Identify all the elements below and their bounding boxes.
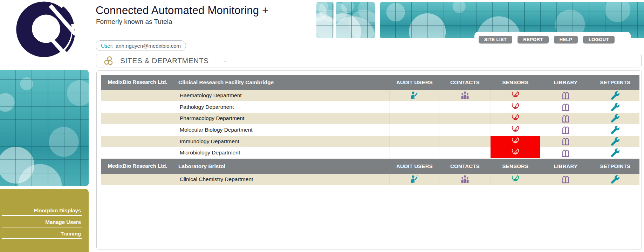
- sidebar-link-floorplan-displays[interactable]: Floorplan Displays: [2, 204, 82, 216]
- audit-users-cell[interactable]: [390, 174, 439, 185]
- setpoints-icon: [611, 175, 619, 184]
- audit-users-cell: [390, 136, 439, 147]
- setpoints-cell[interactable]: [591, 113, 639, 124]
- sensors-cell[interactable]: [491, 113, 540, 124]
- page-subtitle: Formerly known as Tutela: [96, 18, 172, 26]
- sensors-icon: [511, 125, 520, 134]
- audit-users-icon: [410, 175, 419, 184]
- setpoints-cell[interactable]: [591, 174, 639, 185]
- user-email: anh.nguyen@medixbio.com: [116, 43, 181, 49]
- audit-users-cell: [390, 101, 439, 113]
- contacts-cell[interactable]: [439, 174, 491, 185]
- department-name: Immunology Department: [174, 136, 390, 147]
- library-icon: [561, 91, 570, 100]
- contacts-icon: [460, 175, 470, 184]
- library-cell[interactable]: [540, 147, 591, 159]
- setpoints-icon: [611, 103, 619, 111]
- setpoints-cell[interactable]: [591, 124, 639, 136]
- department-name: Microbiology Department: [174, 147, 390, 159]
- site-column-spacer: [101, 174, 174, 185]
- sensors-cell-alarm[interactable]: [491, 136, 540, 147]
- column-header-contacts: CONTACTS: [439, 75, 491, 90]
- setpoints-icon: [611, 114, 619, 122]
- audit-users-cell: [390, 124, 439, 136]
- report-button[interactable]: REPORT: [518, 36, 549, 44]
- sensors-icon: [511, 102, 520, 112]
- contacts-cell: [439, 113, 491, 124]
- sidebar-nav-panel: Floorplan DisplaysManage UsersTraining: [0, 189, 89, 252]
- setpoints-icon: [611, 148, 619, 157]
- audit-users-cell: [390, 147, 439, 159]
- library-icon: [561, 137, 570, 146]
- sidebar-art-image: [0, 70, 89, 186]
- department-name: Pathology Department: [174, 101, 390, 113]
- contacts-cell[interactable]: [439, 90, 491, 101]
- site-list-button[interactable]: SITE LIST: [479, 36, 512, 44]
- library-cell[interactable]: [540, 124, 591, 136]
- sidebar-link-manage-users[interactable]: Manage Users: [2, 216, 82, 227]
- department-name: Clinical Chemistry Department: [174, 174, 390, 185]
- sensors-cell[interactable]: [491, 124, 540, 136]
- sensors-cell-alarm[interactable]: [491, 147, 540, 159]
- sidebar-link-training[interactable]: Training: [2, 227, 82, 239]
- sensors-icon: [511, 91, 520, 100]
- column-header-setpoints: SETPOINTS: [591, 159, 639, 174]
- site-name: Clinical Research Facility Cambridge: [174, 75, 390, 90]
- setpoints-icon: [611, 91, 619, 100]
- contacts-icon: [460, 91, 470, 100]
- setpoints-cell[interactable]: [591, 101, 639, 113]
- setpoints-cell[interactable]: [591, 147, 639, 159]
- user-label: User:: [101, 43, 114, 49]
- sensors-icon: [511, 114, 520, 123]
- library-icon: [561, 125, 570, 134]
- help-button[interactable]: HELP: [554, 36, 578, 44]
- library-icon: [561, 148, 570, 158]
- library-cell[interactable]: [540, 101, 591, 113]
- company-name: MedixBio Research Ltd.: [101, 75, 174, 90]
- library-cell[interactable]: [540, 136, 591, 147]
- department-row: Haematology Department: [101, 90, 639, 101]
- sensors-cell[interactable]: [491, 174, 540, 185]
- contacts-cell: [439, 147, 491, 159]
- column-header-sensors: SENSORS: [491, 159, 540, 174]
- sensors-cell[interactable]: [491, 90, 540, 101]
- section-collapse-toggle[interactable]: -: [224, 57, 227, 65]
- site-column-spacer: [101, 101, 174, 113]
- library-icon: [561, 114, 570, 123]
- contacts-cell: [439, 101, 491, 113]
- logout-button[interactable]: LOGOUT: [583, 36, 615, 44]
- site-name: Laboratory Bristol: [174, 159, 390, 174]
- site-column-spacer: [101, 124, 174, 136]
- department-row: Molecular Biology Department: [101, 124, 639, 136]
- sensors-cell[interactable]: [491, 101, 540, 113]
- sensors-icon: [511, 148, 520, 157]
- app-logo: [14, 1, 76, 61]
- top-nav-button-strip: SITE LISTREPORTHELPLOGOUT: [474, 32, 631, 47]
- department-row: Pathology Department: [101, 101, 639, 113]
- setpoints-cell[interactable]: [591, 136, 639, 147]
- logged-in-user-box: User: anh.nguyen@medixbio.com: [96, 40, 186, 51]
- sites-departments-panel: MedixBio Research Ltd.Clinical Research …: [96, 70, 642, 250]
- company-name: MedixBio Research Ltd.: [101, 159, 174, 174]
- department-row: Immunology Department: [101, 136, 639, 147]
- audit-users-cell[interactable]: [390, 90, 439, 101]
- banner-art-segment-1: [316, 2, 334, 38]
- site-header-row: MedixBio Research Ltd.Laboratory Bristol…: [101, 159, 639, 174]
- contacts-cell: [439, 124, 491, 136]
- sensors-icon: [511, 137, 520, 146]
- library-cell[interactable]: [540, 174, 591, 185]
- department-row: Microbiology Department: [101, 147, 639, 159]
- section-title: SITES & DEPARTMENTS: [120, 57, 209, 65]
- library-cell[interactable]: [540, 90, 591, 101]
- cluster-circles-icon: [103, 55, 114, 66]
- column-header-setpoints: SETPOINTS: [591, 75, 639, 90]
- page-title: Connected Automated Monitoring +: [96, 4, 268, 17]
- setpoints-cell[interactable]: [591, 90, 639, 101]
- library-icon: [561, 174, 570, 184]
- site-column-spacer: [101, 136, 174, 147]
- library-cell[interactable]: [540, 113, 591, 124]
- department-row: Clinical Chemistry Department: [101, 174, 639, 185]
- site-column-spacer: [101, 113, 174, 124]
- banner-art-segment-2: [336, 2, 375, 38]
- department-name: Haematology Department: [174, 90, 390, 101]
